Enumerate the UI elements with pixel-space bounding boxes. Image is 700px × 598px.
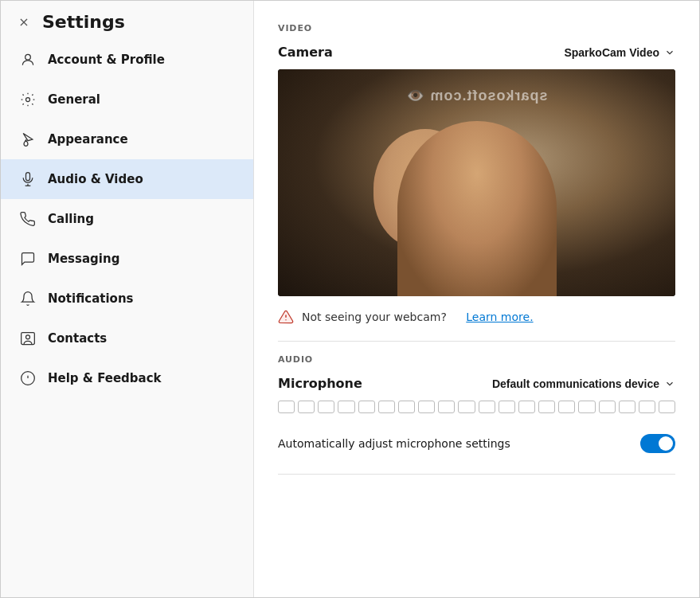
mic-bar-2 — [298, 401, 315, 413]
auto-adjust-label: Automatically adjust microphone settings — [278, 437, 510, 450]
mic-bar-12 — [499, 401, 515, 413]
mic-bar-6 — [378, 401, 395, 413]
microphone-meter — [278, 401, 675, 413]
sidebar-label-help: Help & Feedback — [48, 371, 162, 385]
sidebar-item-calling[interactable]: Calling — [1, 199, 253, 239]
sidebar-item-help[interactable]: Help & Feedback — [1, 358, 253, 398]
microphone-setting-row: Microphone Default communications device — [278, 376, 675, 391]
sidebar-label-contacts: Contacts — [48, 331, 107, 346]
svg-point-11 — [285, 319, 286, 320]
mic-bar-19 — [639, 401, 655, 413]
svg-rect-2 — [26, 173, 30, 181]
cam-watermark: sparkosoft.com 👁️ — [406, 87, 547, 104]
mic-bar-9 — [438, 401, 455, 413]
mic-bar-1 — [278, 401, 295, 413]
settings-title: Settings — [42, 12, 125, 32]
mic-bar-8 — [418, 401, 435, 413]
sidebar-label-appearance: Appearance — [48, 132, 128, 147]
mic-bar-3 — [318, 401, 334, 413]
microphone-value: Default communications device — [492, 377, 659, 390]
audio-section-label: AUDIO — [278, 354, 675, 365]
camera-setting-row: Camera SparkoCam Video — [278, 45, 675, 60]
webcam-warning-row: Not seeing your webcam? Learn more. — [278, 309, 675, 325]
divider-1 — [278, 341, 675, 342]
mic-bar-13 — [518, 401, 535, 413]
chat-icon — [19, 250, 37, 268]
auto-adjust-toggle[interactable] — [640, 434, 675, 453]
warning-icon — [278, 309, 294, 325]
mic-bar-7 — [398, 401, 415, 413]
bell-icon — [19, 290, 37, 307]
divider-2 — [278, 474, 675, 475]
sidebar-item-account[interactable]: Account & Profile — [1, 40, 253, 80]
sidebar-label-calling: Calling — [48, 212, 94, 226]
phone-icon — [19, 210, 37, 228]
auto-adjust-row: Automatically adjust microphone settings — [278, 426, 675, 461]
mic-bar-15 — [558, 401, 575, 413]
sidebar-item-general[interactable]: General — [1, 80, 253, 119]
sidebar-header: × Settings — [1, 1, 253, 40]
video-preview: sparkosoft.com 👁️ — [278, 69, 675, 296]
video-section-label: VIDEO — [278, 23, 675, 33]
learn-more-link[interactable]: Learn more. — [466, 311, 533, 323]
settings-window: × Settings Account & Profile General — [0, 0, 700, 598]
mic-bar-18 — [619, 401, 635, 413]
contact-icon — [19, 330, 37, 347]
sidebar-label-audio-video: Audio & Video — [48, 172, 143, 186]
mic-bar-17 — [599, 401, 616, 413]
microphone-label: Microphone — [278, 376, 362, 391]
sidebar-label-account: Account & Profile — [48, 53, 165, 67]
svg-point-6 — [26, 335, 30, 339]
svg-rect-5 — [22, 333, 35, 345]
sidebar: × Settings Account & Profile General — [1, 1, 254, 597]
svg-point-0 — [25, 54, 31, 60]
gear-icon — [19, 91, 37, 108]
mic-bar-11 — [479, 401, 495, 413]
camera-value: SparkoCam Video — [564, 46, 659, 59]
camera-label: Camera — [278, 45, 333, 60]
svg-point-1 — [26, 98, 30, 102]
mic-bar-20 — [659, 401, 675, 413]
mic-bar-16 — [578, 401, 595, 413]
sidebar-label-messaging: Messaging — [48, 252, 119, 266]
info-icon — [19, 369, 37, 387]
sidebar-nav: Account & Profile General Appearance — [1, 40, 253, 597]
sidebar-item-notifications[interactable]: Notifications — [1, 279, 253, 319]
mic-bar-4 — [338, 401, 354, 413]
sidebar-item-audio-video[interactable]: Audio & Video — [1, 159, 253, 199]
sidebar-label-general: General — [48, 92, 100, 107]
sidebar-item-contacts[interactable]: Contacts — [1, 319, 253, 358]
microphone-dropdown[interactable]: Default communications device — [492, 377, 675, 390]
sidebar-item-messaging[interactable]: Messaging — [1, 239, 253, 279]
brush-icon — [19, 131, 37, 148]
main-content: VIDEO Camera SparkoCam Video sparkosoft.… — [254, 1, 699, 597]
person-icon — [19, 51, 37, 68]
mic-bar-5 — [358, 401, 375, 413]
mic-bar-14 — [538, 401, 555, 413]
sidebar-item-appearance[interactable]: Appearance — [1, 119, 253, 159]
camera-dropdown[interactable]: SparkoCam Video — [564, 46, 675, 59]
toggle-knob — [659, 436, 673, 451]
mic-icon — [19, 170, 37, 188]
webcam-warning-text: Not seeing your webcam? — [302, 311, 447, 323]
close-button[interactable]: × — [15, 14, 33, 31]
sidebar-label-notifications: Notifications — [48, 291, 134, 306]
mic-bar-10 — [458, 401, 475, 413]
